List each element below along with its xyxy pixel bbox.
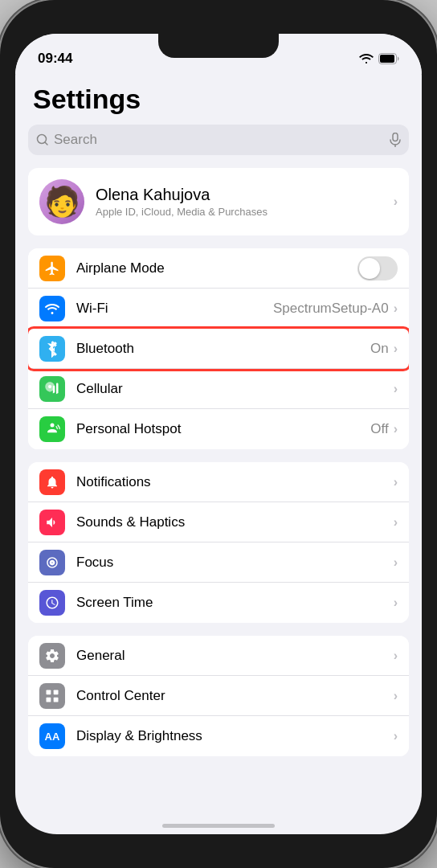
personal-hotspot-icon: [39, 416, 65, 442]
control-center-row[interactable]: Control Center ›: [28, 676, 409, 716]
svg-rect-6: [47, 690, 51, 694]
airplane-mode-label: Airplane Mode: [76, 260, 357, 276]
general-group: General › Control Center ›: [28, 636, 409, 756]
svg-rect-7: [54, 690, 59, 694]
notifications-label: Notifications: [76, 474, 394, 490]
cellular-icon: [39, 376, 65, 402]
display-brightness-label: Display & Brightness: [76, 728, 394, 744]
status-icons: [359, 53, 399, 64]
personal-hotspot-chevron: ›: [394, 422, 398, 436]
bluetooth-chevron: ›: [394, 342, 398, 356]
search-placeholder: Search: [54, 132, 385, 148]
personal-hotspot-label: Personal Hotspot: [76, 421, 370, 437]
toggle-knob: [359, 258, 380, 279]
wifi-label: Wi-Fi: [76, 301, 273, 317]
control-center-chevron: ›: [394, 689, 398, 703]
content-area: Settings Search 🧑: [15, 74, 422, 834]
airplane-mode-row[interactable]: Airplane Mode: [28, 248, 409, 289]
wifi-row-icon: [39, 296, 65, 321]
svg-rect-3: [393, 133, 398, 141]
general-chevron: ›: [394, 649, 398, 663]
search-bar[interactable]: Search: [28, 125, 409, 155]
bluetooth-label: Bluetooth: [76, 341, 370, 357]
wifi-chevron: ›: [394, 301, 398, 316]
status-time: 09:44: [38, 51, 72, 67]
phone-screen: 09:44 Settings: [15, 34, 422, 834]
display-brightness-chevron: ›: [394, 729, 398, 743]
notifications-chevron: ›: [394, 475, 398, 489]
display-brightness-icon: AA: [39, 723, 65, 749]
personal-hotspot-value: Off: [370, 421, 388, 437]
profile-subtitle: Apple ID, iCloud, Media & Purchases: [96, 206, 394, 218]
svg-point-4: [48, 385, 51, 388]
svg-rect-8: [47, 697, 51, 702]
screen-time-label: Screen Time: [76, 595, 394, 611]
airplane-mode-toggle[interactable]: [357, 256, 398, 280]
display-brightness-row[interactable]: AA Display & Brightness ›: [28, 716, 409, 756]
personal-hotspot-row[interactable]: Personal Hotspot Off ›: [28, 409, 409, 449]
profile-avatar: 🧑: [39, 179, 84, 224]
sounds-haptics-label: Sounds & Haptics: [76, 514, 394, 530]
screen-time-chevron: ›: [394, 596, 398, 610]
airplane-mode-icon: [39, 256, 65, 281]
notifications-group: Notifications › Sounds & Haptics ›: [28, 462, 409, 623]
bluetooth-row-wrapper: Bluetooth On ›: [28, 329, 409, 369]
bluetooth-value: On: [370, 341, 389, 357]
profile-name: Olena Kahujova: [96, 186, 394, 204]
svg-rect-1: [380, 55, 394, 63]
sounds-haptics-row[interactable]: Sounds & Haptics ›: [28, 502, 409, 542]
general-row[interactable]: General ›: [28, 636, 409, 676]
notifications-icon: [39, 469, 65, 495]
profile-chevron: ›: [394, 194, 398, 209]
battery-icon: [378, 53, 399, 64]
cellular-row[interactable]: Cellular ›: [28, 369, 409, 409]
screen-time-row[interactable]: Screen Time ›: [28, 583, 409, 623]
wifi-value: SpectrumSetup-A0: [273, 301, 389, 317]
cellular-chevron: ›: [394, 382, 398, 396]
general-label: General: [76, 648, 394, 664]
focus-chevron: ›: [394, 555, 398, 570]
page-title: Settings: [15, 74, 422, 121]
home-indicator: [162, 824, 275, 828]
mic-icon: [390, 133, 401, 147]
sounds-haptics-chevron: ›: [394, 515, 398, 530]
notch: [158, 34, 279, 58]
control-center-label: Control Center: [76, 688, 394, 704]
general-icon: [39, 643, 65, 669]
svg-rect-9: [54, 697, 59, 702]
phone-frame: 09:44 Settings: [0, 0, 437, 868]
search-icon: [36, 133, 49, 146]
screen-time-icon: [39, 590, 65, 616]
bluetooth-icon: [39, 336, 65, 362]
connectivity-group: Airplane Mode Wi-Fi Spect: [28, 248, 409, 449]
sounds-haptics-icon: [39, 510, 65, 535]
control-center-icon: [39, 683, 65, 709]
focus-label: Focus: [76, 555, 394, 571]
profile-info: Olena Kahujova Apple ID, iCloud, Media &…: [96, 186, 394, 218]
focus-row[interactable]: Focus ›: [28, 542, 409, 583]
bluetooth-row[interactable]: Bluetooth On ›: [28, 329, 409, 369]
wifi-icon: [359, 53, 374, 64]
cellular-label: Cellular: [76, 381, 394, 397]
svg-point-5: [51, 424, 55, 428]
notifications-row[interactable]: Notifications ›: [28, 462, 409, 502]
profile-row[interactable]: 🧑 Olena Kahujova Apple ID, iCloud, Media…: [28, 168, 409, 235]
focus-icon: [39, 550, 65, 575]
wifi-row[interactable]: Wi-Fi SpectrumSetup-A0 ›: [28, 289, 409, 329]
